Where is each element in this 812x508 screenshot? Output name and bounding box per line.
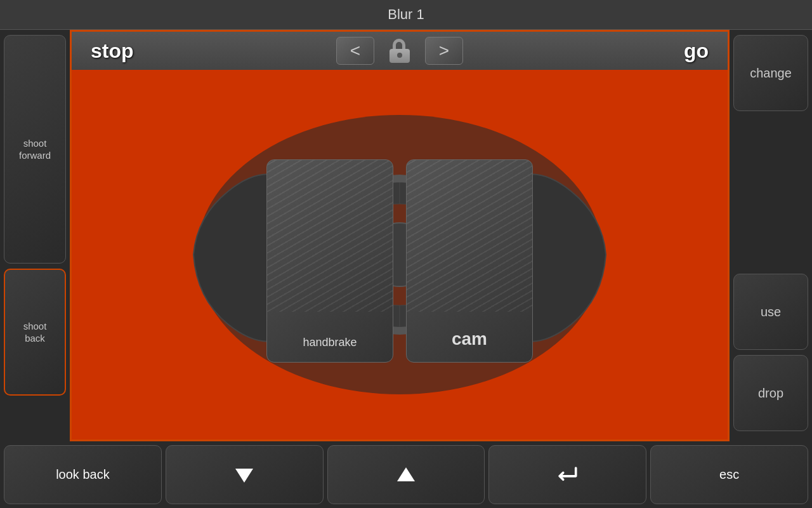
esc-label: esc	[719, 467, 739, 482]
stop-label: stop	[91, 39, 134, 63]
esc-button[interactable]: esc	[650, 445, 808, 504]
steering-area: handbrake cam	[72, 70, 728, 439]
enter-icon	[555, 462, 580, 488]
arrow-down-button[interactable]	[166, 445, 324, 504]
use-button[interactable]: use	[733, 274, 808, 350]
right-sidebar: change use drop	[730, 30, 812, 441]
title-text: Blur 1	[388, 6, 424, 22]
change-label: change	[750, 66, 792, 81]
left-arrow-icon: <	[350, 41, 360, 61]
shoot-back-button[interactable]: shoot back	[4, 269, 66, 396]
nav-left-button[interactable]: <	[336, 37, 374, 65]
up-arrow-icon	[393, 462, 419, 488]
use-label: use	[761, 305, 781, 319]
look-back-label: look back	[56, 467, 110, 482]
cam-label: cam	[452, 329, 487, 349]
change-button[interactable]: change	[733, 35, 808, 111]
game-area: stop < > go	[70, 30, 730, 441]
down-arrow-icon	[232, 462, 257, 488]
drop-button[interactable]: drop	[733, 355, 808, 431]
svg-marker-3	[397, 467, 415, 481]
cam-button[interactable]: cam	[406, 159, 533, 363]
enter-button[interactable]	[488, 445, 646, 504]
svg-marker-2	[235, 469, 253, 483]
drop-label: drop	[758, 386, 783, 401]
top-nav: stop < > go	[72, 32, 728, 70]
nav-right-button[interactable]: >	[425, 37, 463, 65]
handbrake-label: handbrake	[303, 336, 357, 349]
arrow-up-button[interactable]	[327, 445, 485, 504]
pedals: handbrake cam	[266, 159, 533, 363]
look-back-button[interactable]: look back	[4, 445, 162, 504]
left-sidebar: shoot forward shoot back	[0, 30, 70, 441]
title-bar: Blur 1	[0, 0, 812, 30]
right-arrow-icon: >	[439, 41, 449, 61]
shoot-forward-label: shoot forward	[19, 137, 51, 162]
shoot-back-label: shoot back	[23, 320, 47, 345]
main-area: shoot forward shoot back stop < >	[0, 30, 812, 441]
bottom-toolbar: look back esc	[0, 441, 812, 508]
lock-icon	[389, 39, 410, 63]
shoot-forward-button[interactable]: shoot forward	[4, 35, 66, 264]
handbrake-button[interactable]: handbrake	[266, 159, 393, 363]
nav-lock	[381, 35, 419, 67]
go-label: go	[684, 39, 709, 63]
